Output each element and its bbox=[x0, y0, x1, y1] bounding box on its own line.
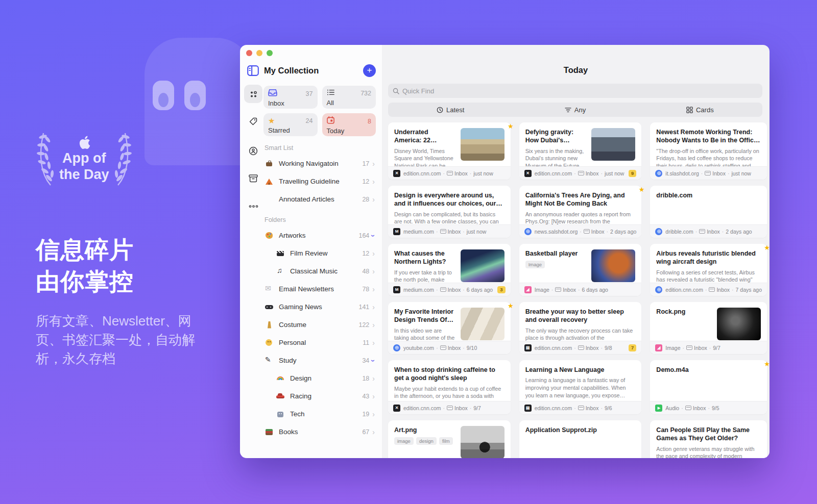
cnn2-favicon: ▤ bbox=[524, 344, 532, 351]
sidebar-item-books[interactable]: Books 67 › bbox=[263, 423, 376, 441]
annotation-count-badge: 7 bbox=[629, 344, 636, 351]
article-card[interactable]: Application Supprot.zip bbox=[519, 420, 642, 458]
folder-mini-icon bbox=[578, 345, 584, 350]
article-card[interactable]: Rock.png ◢ Image · Inbox · 9/7 bbox=[650, 302, 767, 354]
cnn2-favicon: ▤ bbox=[524, 405, 532, 412]
article-card[interactable]: dribble.com ⊕ dribble.com · Inbox · 2 da… bbox=[650, 186, 767, 238]
rail-profile-icon[interactable] bbox=[244, 142, 262, 160]
timestamp: 9/7 bbox=[473, 405, 481, 411]
article-card[interactable]: Can People Still Play the Same Games as … bbox=[650, 420, 767, 458]
quick-tile-today[interactable]: 8 Today bbox=[322, 113, 376, 136]
folder-name: Inbox bbox=[707, 229, 720, 235]
article-card[interactable]: Newest Remote Working Trend: Nobody Want… bbox=[650, 122, 767, 180]
article-card[interactable]: Art.png imagedesignfilm bbox=[388, 420, 511, 458]
collection-icon bbox=[247, 65, 259, 76]
sidebar-item-classical-music[interactable]: Classical Music 48 › bbox=[263, 262, 376, 280]
folder-mini-icon bbox=[699, 229, 705, 234]
toolbar-any[interactable]: Any bbox=[513, 103, 637, 117]
article-card[interactable]: Learning a New Language Learning a langu… bbox=[519, 360, 642, 414]
card-title: Rock.png bbox=[656, 308, 712, 316]
article-card[interactable]: When to stop drinking caffeine to get a … bbox=[388, 360, 511, 414]
card-footer: ▶ Audio · Inbox · 9/5 bbox=[650, 401, 767, 414]
sidebar-item-annotated-articles[interactable]: Annotated Articles 28 › bbox=[263, 190, 376, 208]
toolbar-cards[interactable]: Cards bbox=[638, 103, 762, 117]
tile-label: Today bbox=[327, 127, 372, 135]
add-button[interactable] bbox=[363, 64, 376, 77]
article-card[interactable]: ★ Demo.m4a ▶ Audio · Inbox · 9/5 bbox=[650, 360, 767, 414]
card-description: Design can be complicated, but its basic… bbox=[394, 211, 504, 225]
section-label: Smart List bbox=[265, 144, 376, 152]
tag-pill: Image bbox=[525, 261, 545, 268]
article-card[interactable]: ★ Airbus reveals futuristic blended wing… bbox=[650, 244, 767, 296]
sidebar-item-email-newsletters[interactable]: Email Newsletters 78 › bbox=[263, 280, 376, 298]
sidebar-item-film-review[interactable]: Film Review 12 › bbox=[263, 244, 376, 262]
quick-tile-starred[interactable]: ★ 24 Starred bbox=[263, 113, 318, 136]
sidebar-item-study[interactable]: Study 34 › bbox=[263, 351, 376, 369]
card-title: Design is everywhere around us, and it i… bbox=[394, 191, 504, 208]
sidebar-item-artworks[interactable]: Artworks 164 › bbox=[263, 226, 376, 244]
article-card[interactable]: ★ Underrated America: 22 overlooked dest… bbox=[388, 122, 511, 180]
timestamp: 9/5 bbox=[712, 405, 719, 411]
card-footer: ⊕ it.slashdot.org · Inbox · just now bbox=[650, 166, 767, 180]
sidebar-item-working-navigatoin[interactable]: Working Navigatoin 17 › bbox=[263, 155, 376, 172]
sidebar-item-count: 67 bbox=[362, 429, 369, 436]
chevron-icon: › bbox=[372, 304, 375, 311]
toolbar-latest[interactable]: Latest bbox=[388, 103, 513, 117]
sidebar-item-label: Artworks bbox=[279, 232, 306, 239]
folder-mini-icon bbox=[578, 406, 584, 410]
pencil-icon bbox=[265, 357, 275, 365]
card-footer: ⊕ youtube.com · Inbox · 9/10 bbox=[388, 341, 511, 354]
rail-archive-icon[interactable] bbox=[244, 169, 262, 188]
quick-tile-all[interactable]: 732 All bbox=[322, 86, 376, 109]
search-input[interactable] bbox=[402, 87, 758, 95]
sidebar-item-racing[interactable]: Racing 43 › bbox=[263, 387, 376, 405]
card-footer: ▤ edition.cnn.com · Inbox · 9/8 7 bbox=[519, 341, 642, 354]
sidebar-item-count: 43 bbox=[362, 393, 369, 400]
collection-title: My Collection bbox=[264, 66, 319, 75]
globe-favicon: ⊕ bbox=[393, 344, 400, 351]
article-card[interactable]: ★ My Favorite Interior Design Trends Of … bbox=[388, 302, 511, 354]
sidebar-item-personal[interactable]: Personal 11 › bbox=[263, 334, 376, 351]
source-domain: edition.cnn.com bbox=[403, 170, 441, 177]
sidebar-item-travelling-guideline[interactable]: Travelling Guideline 12 › bbox=[263, 172, 376, 190]
quick-tile-inbox[interactable]: 37 Inbox bbox=[263, 86, 318, 109]
card-title: Application Supprot.zip bbox=[525, 426, 636, 434]
card-title: My Favorite Interior Design Trends Of 20… bbox=[394, 308, 455, 324]
globe-favicon: ⊕ bbox=[655, 228, 662, 235]
article-card[interactable]: Defying gravity: How Dubai's Museum of t… bbox=[519, 122, 642, 180]
star-badge-icon: ★ bbox=[508, 302, 514, 310]
minimize-window-button[interactable] bbox=[256, 50, 262, 56]
gamepad-icon bbox=[265, 303, 275, 311]
sidebar-item-tech[interactable]: Tech 19 › bbox=[263, 405, 376, 423]
article-card[interactable]: Breathe your way to better sleep and ove… bbox=[519, 302, 642, 354]
card-description: Action genre veterans may struggle with … bbox=[656, 445, 761, 459]
quick-tiles: 37 Inbox 732 All ★ 24 Starred 8 Today bbox=[263, 86, 376, 136]
chevron-icon: › bbox=[372, 375, 375, 382]
article-card[interactable]: Basketball player Image ◢ Image · Inbox … bbox=[519, 244, 642, 296]
mascot-eye bbox=[184, 81, 206, 110]
card-description: If you ever take a trip to the north pol… bbox=[394, 269, 455, 283]
filter-toolbar: Latest Any Cards bbox=[388, 103, 762, 117]
source-domain: edition.cnn.com bbox=[535, 170, 572, 177]
robot-icon bbox=[276, 410, 286, 418]
rail-grid-view-icon[interactable] bbox=[244, 85, 262, 103]
article-card[interactable]: ★ California's Trees Are Dying, and Migh… bbox=[519, 186, 642, 238]
sidebar-item-costume[interactable]: Costume 122 › bbox=[263, 316, 376, 334]
calendar-icon bbox=[327, 116, 334, 126]
sidebar-item-design[interactable]: Design 18 › bbox=[263, 369, 376, 387]
zoom-window-button[interactable] bbox=[267, 50, 273, 56]
card-description: "The drop-off in office work, particular… bbox=[656, 147, 761, 167]
annotation-count-badge: 9 bbox=[629, 170, 636, 177]
rail-tags-icon[interactable] bbox=[244, 112, 262, 131]
close-window-button[interactable] bbox=[246, 50, 252, 56]
search-bar[interactable] bbox=[388, 84, 762, 98]
rail-more-icon[interactable] bbox=[244, 197, 262, 215]
sidebar-item-count: 34 bbox=[362, 357, 369, 364]
article-card[interactable]: Design is everywhere around us, and it i… bbox=[388, 186, 511, 238]
thumbnail-aurora bbox=[461, 249, 504, 282]
article-card[interactable]: What causes the Northern Lights? If you … bbox=[388, 244, 511, 296]
tile-count: 24 bbox=[306, 117, 313, 124]
sidebar-item-gaming-news[interactable]: Gaming News 141 › bbox=[263, 298, 376, 316]
costume-icon bbox=[265, 321, 275, 329]
chevron-icon: › bbox=[372, 339, 375, 346]
